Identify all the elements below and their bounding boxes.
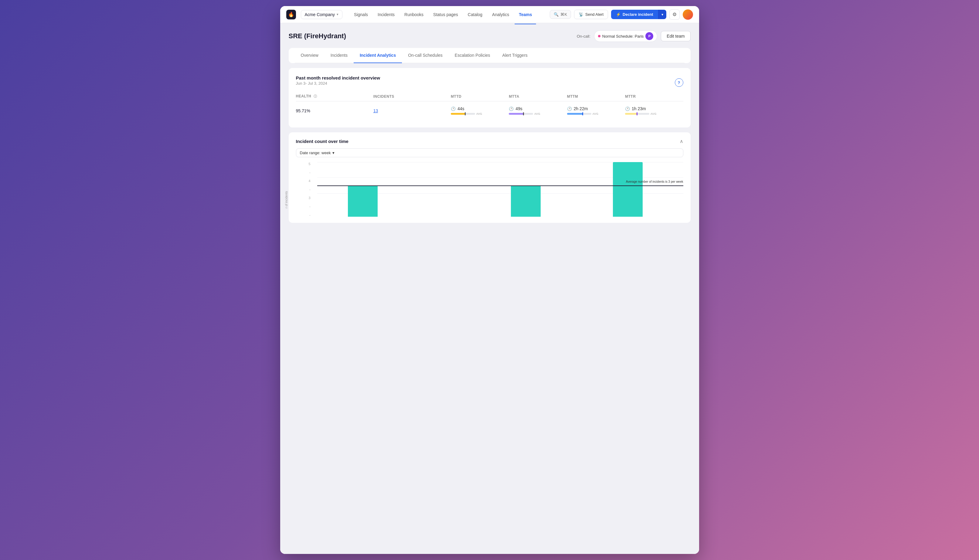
oncall-label: On-call: xyxy=(577,34,590,38)
avg-line: Average number of incidents is 3 per wee… xyxy=(317,185,683,186)
tab-alert-triggers[interactable]: Alert Triggers xyxy=(496,48,534,63)
tab-overview[interactable]: Overview xyxy=(295,48,325,63)
nav-right: 🔍 ⌘K 📡 Send Alert ⚡ Declare incident ▾ ⚙ xyxy=(550,9,693,20)
alert-icon: 📡 xyxy=(579,12,584,17)
date-range-label: Date range: week xyxy=(300,150,331,155)
send-alert-label: Send Alert xyxy=(585,12,604,17)
declare-incident-dropdown[interactable]: ▾ xyxy=(658,10,666,19)
mtta-bar xyxy=(509,113,533,115)
gear-icon: ⚙ xyxy=(672,12,677,17)
health-value: 95.71% xyxy=(296,108,310,113)
app-logo: 🔥 xyxy=(286,10,296,20)
search-icon: 🔍 xyxy=(554,12,559,17)
nav-items: Signals Incidents Runbooks Status pages … xyxy=(350,10,547,20)
mttr-bar xyxy=(625,113,649,115)
metrics-table: Health ⓘ Incidents MTTD MTTA MTTM MTTR 9… xyxy=(296,92,683,120)
bar-3 xyxy=(613,162,643,217)
tabs-container: Overview Incidents Incident Analytics On… xyxy=(289,48,690,63)
y-axis-title: r of incidents xyxy=(284,191,288,208)
declare-incident-button[interactable]: ⚡ Declare incident xyxy=(611,10,658,19)
settings-button[interactable]: ⚙ xyxy=(669,9,680,20)
date-range-select[interactable]: Date range: week ▾ xyxy=(296,148,683,157)
col-mttr: MTTR xyxy=(625,92,683,102)
edit-team-button[interactable]: Edit team xyxy=(661,31,690,41)
main-content: SRE (FireHydrant) On-call: Normal Schedu… xyxy=(280,23,699,554)
chart-card: Incident count over time ∧ Date range: w… xyxy=(289,132,690,223)
mttd-avg-label: AVG xyxy=(476,112,482,115)
nav-item-teams[interactable]: Teams xyxy=(515,10,536,20)
clock-icon: 🕐 xyxy=(567,107,572,111)
oncall-schedule: Normal Schedule: Paris xyxy=(602,34,644,38)
bars-container xyxy=(317,162,683,217)
nav-item-catalog[interactable]: Catalog xyxy=(464,10,487,20)
nav-item-runbooks[interactable]: Runbooks xyxy=(400,10,428,20)
mttm-avg-label: AVG xyxy=(592,112,599,115)
nav-item-status-pages[interactable]: Status pages xyxy=(429,10,462,20)
chart-title: Incident count over time xyxy=(296,139,349,144)
col-incidents: Incidents xyxy=(374,92,451,102)
nav-item-signals[interactable]: Signals xyxy=(350,10,372,20)
mttr-avg-label: AVG xyxy=(650,112,657,115)
analytics-date-range: Jun 3- Jul 3, 2024 xyxy=(296,81,683,86)
chevron-down-icon: ▾ xyxy=(332,150,335,155)
chart-area: 5 - 4 - 3 - - xyxy=(317,162,683,217)
chart-card-header: Incident count over time ∧ xyxy=(296,138,683,144)
table-row: 95.71% 13 🕐 44s xyxy=(296,102,683,120)
clock-icon: 🕐 xyxy=(509,107,514,111)
y-tick-4: 4 xyxy=(309,179,310,183)
bar-1 xyxy=(348,185,378,217)
nav-item-incidents[interactable]: Incidents xyxy=(374,10,399,20)
tab-escalation-policies[interactable]: Escalation Policies xyxy=(449,48,496,63)
declare-label: Declare incident xyxy=(623,12,653,17)
y-tick-empty2: - xyxy=(309,188,310,191)
mttm-value: 2h 22m xyxy=(574,106,588,111)
oncall-badge[interactable]: Normal Schedule: Paris P xyxy=(594,30,657,42)
tab-incidents[interactable]: Incidents xyxy=(325,48,354,63)
tab-incident-analytics[interactable]: Incident Analytics xyxy=(354,48,402,63)
y-tick-empty4: - xyxy=(309,213,310,217)
declare-icon: ⚡ xyxy=(616,12,621,17)
mttr-value: 1h 23m xyxy=(632,106,646,111)
help-icon[interactable]: ? xyxy=(675,78,683,87)
mtta-avg-label: AVG xyxy=(534,112,540,115)
chevron-down-icon: ▾ xyxy=(662,12,663,17)
col-mttm: MTTM xyxy=(567,92,625,102)
clock-icon: 🕐 xyxy=(451,107,456,111)
analytics-overview-card: Past month resolved incident overview Ju… xyxy=(289,68,690,127)
col-mttd: MTTD xyxy=(451,92,509,102)
incidents-link[interactable]: 13 xyxy=(374,108,378,113)
mttr-cell: 🕐 1h 23m AVG xyxy=(625,106,683,115)
user-avatar[interactable] xyxy=(683,9,693,20)
y-tick-empty3: - xyxy=(309,205,310,208)
avg-line-label: Average number of incidents is 3 per wee… xyxy=(626,180,683,183)
oncall-avatar-initials: P xyxy=(649,34,650,38)
clock-icon: 🕐 xyxy=(625,107,630,111)
company-selector[interactable]: Acme Company ▾ xyxy=(301,10,343,19)
chart-wrapper: r of incidents 5 - 4 - 3 - - xyxy=(296,162,683,217)
mtta-cell: 🕐 49s AVG xyxy=(509,106,567,115)
mttd-cell: 🕐 44s AVG xyxy=(451,106,509,115)
mttm-bar xyxy=(567,113,591,115)
oncall-avatar: P xyxy=(645,32,653,40)
chevron-down-icon: ▾ xyxy=(337,12,339,17)
bar-2 xyxy=(511,185,540,217)
mttd-value: 44s xyxy=(457,106,464,111)
tabs: Overview Incidents Incident Analytics On… xyxy=(295,48,685,63)
top-navigation: 🔥 Acme Company ▾ Signals Incidents Runbo… xyxy=(280,6,699,23)
mttd-bar xyxy=(451,113,475,115)
analytics-card-title: Past month resolved incident overview xyxy=(296,75,683,80)
send-alert-button[interactable]: 📡 Send Alert xyxy=(574,10,608,19)
collapse-button[interactable]: ∧ xyxy=(680,138,683,144)
page-title: SRE (FireHydrant) xyxy=(289,32,346,40)
tab-oncall-schedules[interactable]: On-call Schedules xyxy=(402,48,449,63)
search-shortcut: ⌘K xyxy=(560,12,567,17)
nav-item-analytics[interactable]: Analytics xyxy=(488,10,513,20)
health-info-icon: ⓘ xyxy=(314,94,317,98)
page-header-right: On-call: Normal Schedule: Paris P Edit t… xyxy=(577,30,690,42)
page-header: SRE (FireHydrant) On-call: Normal Schedu… xyxy=(289,30,690,42)
company-name: Acme Company xyxy=(305,12,335,17)
search-button[interactable]: 🔍 ⌘K xyxy=(550,10,571,19)
col-health: Health ⓘ xyxy=(296,92,374,102)
mtta-value: 49s xyxy=(515,106,522,111)
col-mtta: MTTA xyxy=(509,92,567,102)
